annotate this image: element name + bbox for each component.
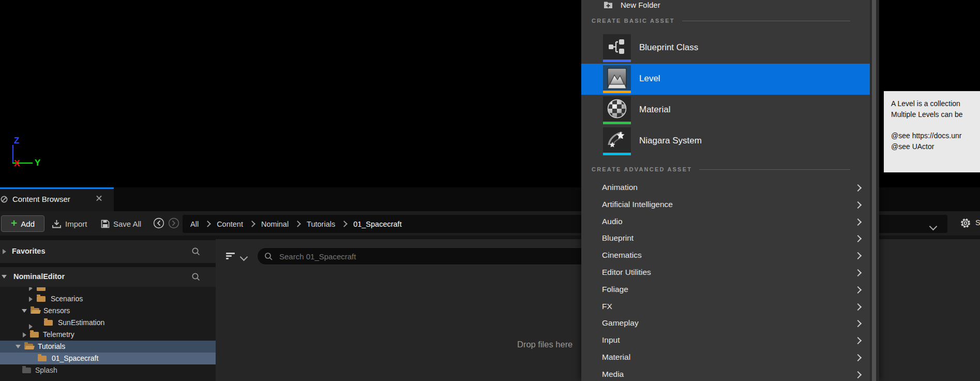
plus-icon: + (11, 218, 17, 228)
search-icon[interactable] (191, 247, 201, 256)
menu-item-level[interactable]: Level (581, 64, 870, 95)
tree-row-label: 01_Spacecraft (52, 354, 98, 362)
chevron-down-icon[interactable] (16, 345, 21, 348)
menu-item-new-folder[interactable]: New Folder (581, 0, 870, 12)
menu-item-blueprint-class[interactable]: Blueprint Class (581, 33, 870, 64)
menu-item-editor-utilities[interactable]: Editor Utilities (581, 264, 870, 281)
menu-item-label: Animation (602, 183, 638, 192)
import-label: Import (65, 219, 87, 228)
tree-row-tutorials[interactable]: Tutorials (0, 341, 216, 353)
sidebar-item-favorites[interactable]: Favorites (0, 240, 216, 263)
level-tooltip: A Level is a collection Multiple Levels … (883, 90, 980, 173)
save-all-label: Save All (113, 219, 141, 228)
menu-item-animation[interactable]: Animation (581, 179, 870, 196)
section-divider (699, 169, 850, 170)
settings-label-clipped[interactable]: S (975, 218, 980, 227)
breadcrumb-all[interactable]: All (190, 220, 199, 228)
menu-item-label: Blueprint Class (639, 42, 698, 53)
tab-content-browser[interactable]: Content Browser (0, 187, 114, 211)
breadcrumb-tutorials[interactable]: Tutorials (307, 220, 335, 228)
menu-item-blueprint[interactable]: Blueprint (581, 230, 870, 247)
menu-item-cinematics[interactable]: Cinematics (581, 247, 870, 264)
active-tab-stripe (0, 187, 114, 189)
submenu-chevron-icon (854, 303, 862, 311)
tree-row-scenarios[interactable]: Scenarios (0, 293, 216, 305)
breadcrumb-current-folder[interactable]: 01_Spacecraft (353, 220, 402, 228)
menu-item-label: Level (639, 74, 660, 84)
import-button[interactable]: Import (52, 215, 87, 232)
menu-item-artificial-intelligence[interactable]: Artificial Intelligence (581, 196, 870, 213)
section-header-label: CREATE ADVANCED ASSET (592, 166, 692, 172)
close-icon[interactable] (95, 194, 104, 203)
folder-icon (30, 332, 39, 338)
search-icon (264, 252, 273, 261)
breadcrumb-chevron-icon (204, 221, 211, 227)
sources-sidebar: Favorites NominalEditor (0, 236, 216, 381)
add-button[interactable]: + Add (1, 215, 44, 232)
tree-row-label: Tutorials (38, 342, 65, 350)
section-create-advanced-asset: CREATE ADVANCED ASSET (592, 165, 860, 174)
back-arrow-icon[interactable] (153, 217, 164, 229)
chevron-right-icon[interactable] (29, 297, 33, 302)
tree-row-sensors[interactable]: Sensors (0, 305, 216, 317)
menu-item-input[interactable]: Input (581, 332, 870, 349)
chevron-down-icon[interactable] (22, 309, 27, 313)
menu-item-niagara-system[interactable]: Niagara System (581, 126, 870, 157)
submenu-chevron-icon (854, 371, 862, 378)
filter-icon[interactable] (226, 253, 235, 259)
open-folder-icon (24, 344, 33, 349)
submenu-chevron-icon (854, 201, 862, 209)
menu-item-label: Editor Utilities (602, 268, 651, 277)
folder-icon (22, 368, 31, 373)
menu-item-foliage[interactable]: Foliage (581, 281, 870, 298)
menu-item-media[interactable]: Media (581, 366, 870, 381)
tooltip-line: @see UActor (891, 141, 980, 152)
submenu-chevron-icon (854, 218, 862, 226)
search-icon[interactable] (191, 272, 201, 282)
menu-item-label: FX (602, 302, 612, 311)
menu-item-fx[interactable]: FX (581, 298, 870, 315)
breadcrumb-nominal[interactable]: Nominal (261, 220, 289, 228)
save-icon (101, 219, 110, 228)
breadcrumb-chevron-icon (294, 221, 301, 227)
filter-chevron-icon[interactable] (240, 253, 248, 261)
tree-row-splash[interactable]: Splash (0, 364, 216, 376)
menu-item-audio[interactable]: Audio (581, 213, 870, 230)
tree-row-label: Scenarios (51, 295, 83, 303)
save-all-button[interactable]: Save All (101, 215, 141, 232)
menu-scrollbar[interactable] (870, 0, 879, 381)
gear-icon[interactable] (959, 217, 972, 229)
folder-icon (37, 287, 46, 291)
menu-item-label: Media (602, 370, 624, 379)
tree-row-01-spacecraft[interactable]: 01_Spacecraft (0, 353, 216, 364)
submenu-chevron-icon (854, 354, 862, 361)
menu-item-label: Foliage (602, 285, 628, 294)
forward-arrow-icon[interactable] (168, 217, 179, 229)
sidebar-item-nominaleditor[interactable]: NominalEditor (0, 267, 216, 287)
tree-row-clipped[interactable] (0, 287, 216, 293)
chevron-down-icon[interactable] (2, 275, 7, 279)
scrollbar-thumb[interactable] (872, 0, 876, 381)
submenu-chevron-icon (854, 235, 862, 242)
menu-item-material[interactable]: Material (581, 95, 870, 126)
menu-item-material-advanced[interactable]: Material (581, 349, 870, 366)
tooltip-blank-line (891, 120, 980, 130)
folder-icon (44, 320, 53, 326)
chevron-right-icon[interactable] (23, 332, 26, 338)
menu-item-gameplay[interactable]: Gameplay (581, 315, 870, 332)
axis-y-label: Y (35, 158, 40, 168)
folder-icon (37, 296, 46, 302)
add-button-label: Add (21, 219, 35, 228)
blueprint-class-icon (603, 34, 631, 62)
breadcrumb-content[interactable]: Content (217, 220, 243, 228)
menu-item-label: Input (602, 335, 620, 345)
section-divider (682, 21, 850, 21)
content-browser-icon (1, 195, 9, 203)
drop-files-text: Drop files here (517, 340, 572, 349)
tree-row-label: Telemetry (43, 330, 74, 339)
tree-row-sunestimation[interactable]: SunEstimation (0, 317, 216, 329)
axis-x-label: X (14, 158, 20, 169)
chevron-right-icon[interactable] (3, 249, 6, 254)
submenu-chevron-icon (854, 320, 862, 327)
tree-row-telemetry[interactable]: Telemetry (0, 329, 216, 341)
